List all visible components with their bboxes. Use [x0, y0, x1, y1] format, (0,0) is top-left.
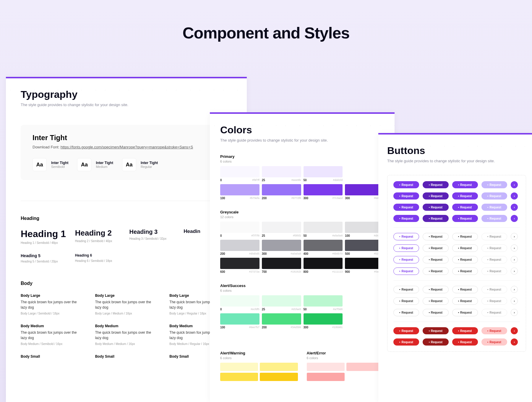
request-button[interactable]: Request: [393, 204, 419, 211]
request-button[interactable]: Request: [393, 327, 419, 334]
color-swatch: 200#9772f8: [262, 184, 301, 201]
request-button[interactable]: Request: [452, 204, 478, 211]
request-button[interactable]: Request: [481, 233, 507, 240]
request-button[interactable]: Request: [452, 327, 478, 334]
color-swatch: 0#f9f7ff: [220, 166, 259, 183]
body-sample: Body LargeThe quick brown fox jumps over…: [95, 294, 158, 315]
request-button[interactable]: Request: [481, 204, 507, 211]
request-button[interactable]: Request: [423, 327, 448, 334]
buttons-card: Buttons The style guide provides to chan…: [378, 133, 532, 402]
request-button[interactable]: Request: [393, 244, 419, 252]
request-button[interactable]: Request: [393, 338, 419, 346]
weight-value: Regular: [141, 165, 158, 168]
request-button[interactable]: Request: [393, 256, 419, 263]
colors-title: Colors: [220, 124, 384, 136]
request-button[interactable]: Request: [481, 286, 507, 293]
request-button[interactable]: Request: [452, 268, 478, 275]
typography-subtitle: The style guide provides to change styli…: [21, 103, 232, 107]
colors-subtitle: The style guide provides to change styli…: [220, 138, 384, 142]
request-button[interactable]: Request: [452, 215, 478, 222]
icon-button[interactable]: ›: [511, 192, 518, 200]
request-button[interactable]: Request: [481, 268, 507, 275]
request-button[interactable]: Request: [423, 181, 448, 188]
heading-sample: Heading 2Heading 2 / Semibold / 40px: [75, 228, 124, 244]
request-button[interactable]: Request: [393, 181, 419, 188]
icon-button[interactable]: ›: [511, 256, 518, 263]
request-button[interactable]: Request: [481, 338, 507, 346]
color-swatch: 100#b79efa: [220, 184, 259, 201]
icon-button[interactable]: ›: [511, 215, 518, 222]
request-button[interactable]: Request: [393, 286, 419, 293]
request-button[interactable]: Request: [481, 215, 507, 222]
font-weight-item: AaInter TightSemibold: [33, 158, 68, 171]
request-button[interactable]: Request: [423, 338, 448, 346]
error-count: 6 colors: [307, 356, 385, 360]
request-button[interactable]: Request: [423, 215, 448, 222]
request-button[interactable]: Request: [452, 309, 478, 316]
buttons-subtitle: The style guide provides to change styli…: [387, 159, 526, 163]
request-button[interactable]: Request: [423, 286, 448, 293]
color-swatch: 600#27272a: [220, 258, 259, 275]
request-button[interactable]: Request: [393, 192, 419, 200]
request-button[interactable]: Request: [423, 309, 448, 316]
request-button[interactable]: Request: [481, 192, 507, 200]
request-button[interactable]: Request: [452, 244, 478, 252]
icon-button[interactable]: ›: [511, 286, 518, 293]
color-swatch: [260, 373, 298, 381]
heading-sample: Heading 1Heading 1 / Semibold / 48px: [21, 228, 69, 244]
request-button[interactable]: Request: [423, 244, 448, 252]
request-button[interactable]: Request: [481, 297, 507, 305]
color-swatch: 200#34d399: [262, 313, 301, 330]
download-label: Download Font:: [33, 145, 59, 149]
request-button[interactable]: Request: [452, 192, 478, 200]
request-button[interactable]: Request: [481, 309, 507, 316]
icon-button[interactable]: ›: [511, 268, 518, 275]
colors-card: Colors The style guide provides to chang…: [210, 112, 395, 402]
weight-name: Inter Tight: [141, 161, 158, 165]
icon-button[interactable]: ›: [511, 204, 518, 211]
request-button[interactable]: Request: [423, 268, 448, 275]
icon-button[interactable]: ›: [511, 338, 518, 346]
request-button[interactable]: Request: [423, 256, 448, 263]
request-button[interactable]: Request: [452, 181, 478, 188]
request-button[interactable]: Request: [423, 297, 448, 305]
icon-button[interactable]: ›: [511, 233, 518, 240]
icon-button[interactable]: ›: [511, 327, 518, 334]
color-group: Primary6 colors0#f9f7ff25#eee9fe50#ddd1f…: [220, 154, 384, 201]
icon-button[interactable]: ›: [511, 309, 518, 316]
request-button[interactable]: Request: [393, 309, 419, 316]
request-button[interactable]: Request: [452, 338, 478, 346]
request-button[interactable]: Request: [423, 204, 448, 211]
heading-sample: Heading 6Heading 6 / Semibold / 18px: [75, 253, 124, 263]
request-button[interactable]: Request: [393, 215, 419, 222]
request-button[interactable]: Request: [393, 268, 419, 275]
icon-button[interactable]: ›: [511, 181, 518, 188]
page-title: Component and Styles: [0, 0, 532, 57]
request-button[interactable]: Request: [481, 181, 507, 188]
icon-button[interactable]: ›: [511, 244, 518, 252]
color-swatch: 300#a0a0a8: [262, 240, 301, 257]
icon-button[interactable]: ›: [511, 297, 518, 304]
color-swatch: 50#ddd1fd: [304, 166, 343, 183]
color-swatch: 25#f0f0f2: [262, 222, 301, 239]
request-button[interactable]: Request: [423, 233, 448, 240]
warning-count: 6 colors: [220, 356, 298, 360]
request-button[interactable]: Request: [393, 233, 419, 240]
request-button[interactable]: Request: [481, 327, 507, 334]
request-button[interactable]: Request: [481, 244, 507, 252]
heading-section-title: Heading: [21, 216, 232, 221]
request-button[interactable]: Request: [481, 256, 507, 263]
request-button[interactable]: Request: [393, 297, 419, 305]
font-download-link[interactable]: https://fonts.google.com/specimen/Manrop…: [61, 145, 193, 149]
weight-value: Medium: [96, 165, 113, 168]
weight-value: Semibold: [51, 165, 68, 168]
request-button[interactable]: Request: [452, 297, 478, 305]
request-button[interactable]: Request: [452, 256, 478, 263]
request-button[interactable]: Request: [452, 286, 478, 293]
color-swatch: [307, 373, 345, 381]
color-swatch: 200#d0d0d5: [220, 240, 259, 257]
request-button[interactable]: Request: [452, 233, 478, 240]
color-swatch: [307, 363, 345, 371]
body-sample: Body MediumThe quick brown fox jumps ove…: [21, 324, 83, 346]
request-button[interactable]: Request: [423, 192, 448, 200]
